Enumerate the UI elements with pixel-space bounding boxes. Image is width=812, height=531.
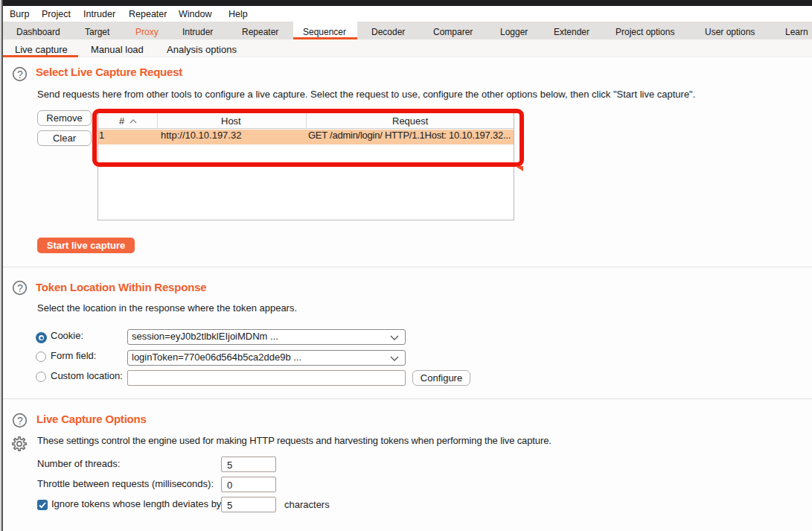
svg-text:?: ? xyxy=(17,282,23,294)
svg-text:?: ? xyxy=(17,69,23,80)
svg-text:?: ? xyxy=(17,415,23,427)
